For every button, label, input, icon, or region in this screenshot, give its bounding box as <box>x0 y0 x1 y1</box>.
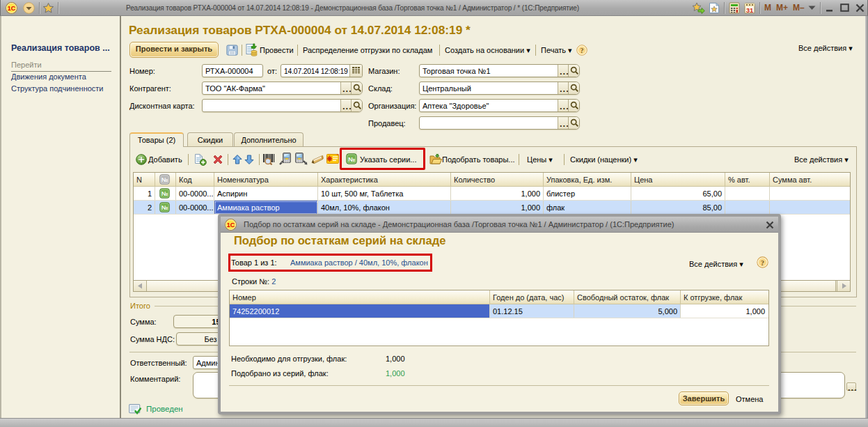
svg-text:?: ? <box>761 259 764 267</box>
svg-text:№: № <box>161 176 168 183</box>
svg-text:1С: 1С <box>227 222 235 228</box>
svg-text:№: № <box>348 156 355 163</box>
svg-text:?: ? <box>581 47 584 54</box>
svg-text:31: 31 <box>746 6 754 14</box>
svg-text:1С: 1С <box>8 5 16 12</box>
